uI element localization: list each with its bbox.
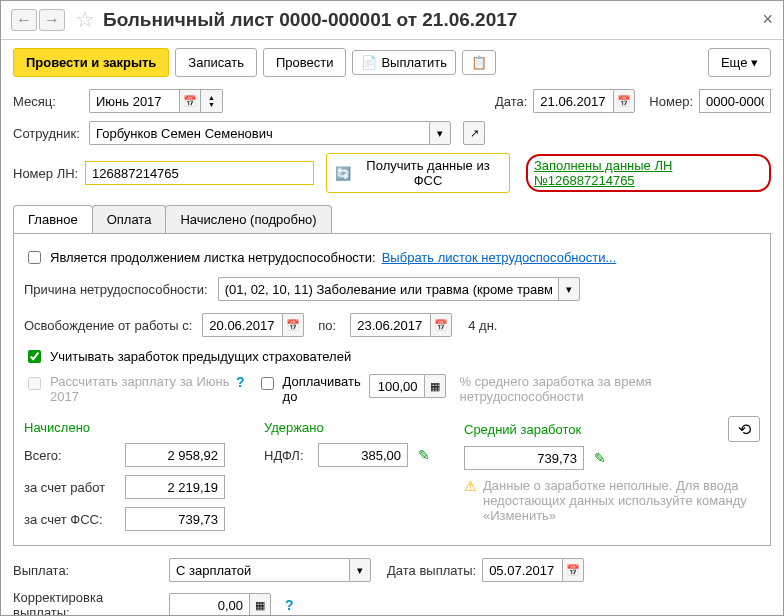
nav-back-button[interactable]: ← [11, 9, 37, 31]
select-sheet-link[interactable]: Выбрать листок нетрудоспособности... [382, 250, 617, 265]
tab-main[interactable]: Главное [13, 205, 93, 233]
reason-input[interactable] [218, 277, 558, 301]
nav-forward-button[interactable]: → [39, 9, 65, 31]
absence-to-picker[interactable]: 📅 [430, 313, 452, 337]
fss-input[interactable] [125, 507, 225, 531]
employee-dropdown-button[interactable]: ▾ [429, 121, 451, 145]
submit-close-button[interactable]: Провести и закрыть [13, 48, 169, 77]
number-label: Номер: [649, 94, 693, 109]
pay-button[interactable]: 📄 Выплатить [352, 50, 456, 75]
correction-calc-button[interactable]: ▦ [249, 593, 271, 616]
employee-label: Сотрудник: [13, 126, 83, 141]
submit-button[interactable]: Провести [263, 48, 347, 77]
pay-date-picker[interactable]: 📅 [562, 558, 584, 582]
percent-calc-button[interactable]: ▦ [424, 374, 446, 398]
withheld-header: Удержано [264, 416, 444, 439]
close-button[interactable]: × [762, 9, 773, 30]
reason-dropdown-button[interactable]: ▾ [558, 277, 580, 301]
prev-insurers-checkbox[interactable] [28, 350, 41, 363]
refresh-icon: 🔄 [335, 166, 351, 181]
avg-earnings-header: Средний заработок [464, 418, 728, 441]
absence-from-label: Освобождение от работы с: [24, 318, 192, 333]
absence-from-input[interactable] [202, 313, 282, 337]
days-count: 4 дн. [468, 318, 497, 333]
prev-insurers-label: Учитывать заработок предыдущих страховат… [50, 349, 351, 364]
is-continuation-label: Является продолжением листка нетрудоспос… [50, 250, 376, 265]
total-label: Всего: [24, 448, 119, 463]
absence-to-label: по: [318, 318, 336, 333]
is-continuation-checkbox[interactable] [28, 251, 41, 264]
ln-number-label: Номер ЛН: [13, 166, 79, 181]
additional-pay-checkbox[interactable] [261, 377, 274, 390]
payment-label: Выплата: [13, 563, 163, 578]
month-picker-button[interactable]: 📅 [179, 89, 201, 113]
document-icon: 📄 [361, 55, 377, 70]
ndfl-label: НДФЛ: [264, 448, 312, 463]
save-button[interactable]: Записать [175, 48, 257, 77]
month-input[interactable] [89, 89, 179, 113]
more-button[interactable]: Еще ▾ [708, 48, 771, 77]
calc-salary-label: Рассчитать зарплату за Июнь 2017 [50, 374, 230, 404]
window-title: Больничный лист 0000-000001 от 21.06.201… [103, 9, 517, 31]
avg-earnings-input[interactable] [464, 446, 584, 470]
correction-input[interactable] [169, 593, 249, 616]
additional-pay-label: Доплачивать до [283, 374, 363, 404]
month-spinner[interactable]: ▲▼ [201, 89, 223, 113]
employee-open-button[interactable]: ↗ [463, 121, 485, 145]
percent-label: % среднего заработка за время нетрудоспо… [460, 374, 680, 404]
attachments-button[interactable]: 📋 [462, 50, 496, 75]
tab-payment[interactable]: Оплата [92, 205, 167, 233]
absence-from-picker[interactable]: 📅 [282, 313, 304, 337]
ln-number-input[interactable] [85, 161, 314, 185]
warning-text: Данные о заработке неполные. Для ввода н… [483, 478, 760, 523]
ndfl-input[interactable] [318, 443, 408, 467]
ndfl-edit-icon[interactable]: ✎ [418, 447, 430, 463]
employee-input[interactable] [89, 121, 429, 145]
month-label: Месяц: [13, 94, 83, 109]
absence-to-input[interactable] [350, 313, 430, 337]
favorite-icon[interactable]: ☆ [75, 7, 95, 33]
reason-label: Причина нетрудоспособности: [24, 282, 208, 297]
total-input[interactable] [125, 443, 225, 467]
employer-label: за счет работ [24, 480, 119, 495]
tab-accrued[interactable]: Начислено (подробно) [165, 205, 331, 233]
number-input[interactable] [699, 89, 771, 113]
pay-date-input[interactable] [482, 558, 562, 582]
warning-icon: ⚠ [464, 478, 477, 523]
pay-date-label: Дата выплаты: [387, 563, 476, 578]
correction-help-icon[interactable]: ? [285, 597, 294, 613]
date-picker-button[interactable]: 📅 [613, 89, 635, 113]
refresh-button[interactable]: ⟲ [728, 416, 760, 442]
correction-label: Корректировка выплаты: [13, 590, 163, 616]
accrued-header: Начислено [24, 416, 244, 439]
avg-edit-icon[interactable]: ✎ [594, 450, 606, 466]
list-icon: 📋 [471, 55, 487, 70]
get-fss-data-button[interactable]: 🔄 Получить данные из ФСС [326, 153, 510, 193]
percent-input[interactable] [369, 374, 424, 398]
employer-input[interactable] [125, 475, 225, 499]
date-label: Дата: [495, 94, 527, 109]
payment-dropdown-button[interactable]: ▾ [349, 558, 371, 582]
calc-salary-checkbox [28, 377, 41, 390]
ln-filled-link[interactable]: Заполнены данные ЛН №126887214765 [534, 158, 672, 188]
payment-input[interactable] [169, 558, 349, 582]
help-icon[interactable]: ? [236, 374, 245, 390]
date-input[interactable] [533, 89, 613, 113]
fss-label: за счет ФСС: [24, 512, 119, 527]
